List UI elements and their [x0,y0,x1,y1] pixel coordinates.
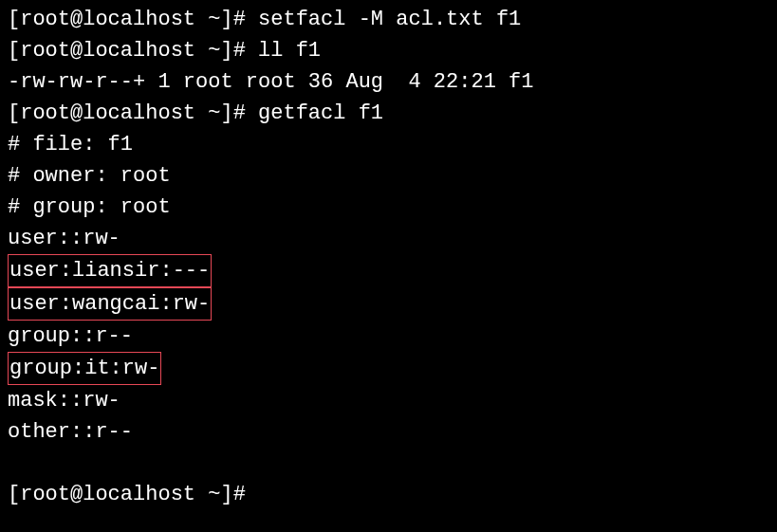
terminal-line: [root@localhost ~]# getfacl f1 [8,98,769,129]
acl-group-entry: group:it:rw- [8,352,161,385]
command-text: getfacl f1 [258,101,383,125]
terminal-blank-line [8,448,769,479]
terminal-output: user::rw- [8,223,769,254]
terminal-output: other::r-- [8,416,769,448]
terminal-output-highlighted: user:wangcai:rw- [8,287,769,321]
prompt: [root@localhost ~]# [8,8,258,31]
terminal-output: mask::rw- [8,385,769,416]
terminal-output: # group: root [8,192,769,223]
prompt: [root@localhost ~]# [8,101,258,125]
prompt: [root@localhost ~]# [8,483,258,506]
prompt: [root@localhost ~]# [8,39,258,63]
terminal-output: # owner: root [8,160,769,192]
terminal-output: group::r-- [8,321,769,352]
terminal-input-line[interactable]: [root@localhost ~]# [8,479,769,510]
command-text: setfacl -M acl.txt f1 [258,8,521,31]
acl-user-entry: user:liansir:--- [8,254,212,287]
terminal-output-highlighted: user:liansir:--- [8,254,769,287]
terminal-output: -rw-rw-r--+ 1 root root 36 Aug 4 22:21 f… [8,66,769,98]
terminal-line: [root@localhost ~]# setfacl -M acl.txt f… [8,4,769,35]
command-text: ll f1 [258,39,321,63]
terminal-output-highlighted: group:it:rw- [8,352,769,385]
terminal-output: # file: f1 [8,129,769,160]
acl-user-entry: user:wangcai:rw- [8,287,212,321]
terminal-line: [root@localhost ~]# ll f1 [8,35,769,66]
